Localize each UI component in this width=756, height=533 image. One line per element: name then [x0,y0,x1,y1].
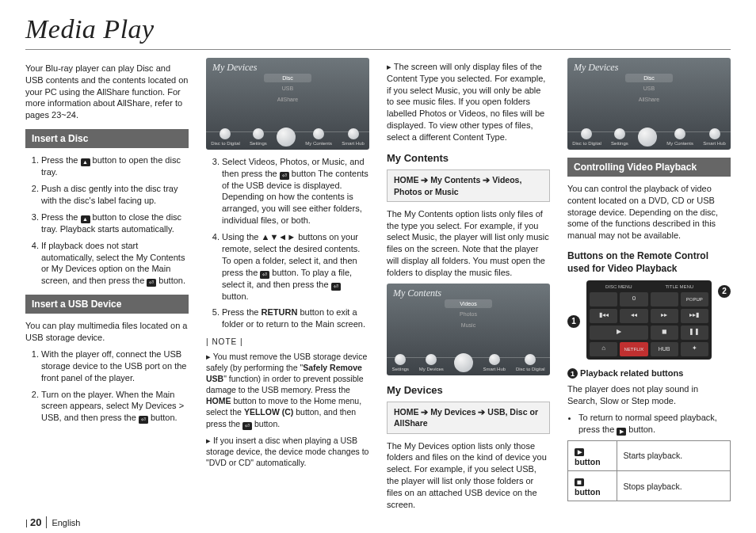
crumb-my-devices: HOME ➔ My Devices ➔ USB, Disc or AllShar… [387,402,550,433]
note-label: | NOTE | [206,337,369,348]
playback-paragraph: The player does not play sound in Search… [567,383,731,407]
section-video-playback: Controlling Video Playback [567,158,731,177]
enter-icon: ⏎ [260,271,269,279]
next-icon: ▸▸▮ [681,309,708,323]
my-contents-paragraph: The My Contents option lists only files … [387,208,550,279]
section-insert-usb: Insert a USB Device [25,295,189,314]
eject-icon: ▲ [81,215,90,223]
home-icon: ⌂ [590,342,617,356]
usb-steps: With the player off, connect the USB sto… [25,348,189,424]
enter-icon: ⏎ [331,283,341,291]
tools-icon: ✦ [681,342,708,356]
prev-icon: ▮◂◂ [590,309,617,323]
play-icon: ▶ [590,326,648,340]
page-language: English [52,518,80,527]
subhead-remote-buttons: Buttons on the Remote Control used for V… [567,249,731,275]
playback-table: ▶ button Starts playback. ◼ button Stops… [567,440,731,501]
enter-icon: ⏎ [147,279,156,287]
callout-1: 1 [567,315,580,328]
col2-steps: Select Videos, Photos, or Music, and the… [206,156,369,330]
column-3: The screen will only display files of th… [387,58,550,516]
page-title: Media Play [25,11,731,50]
notes: You must remove the USB storage device s… [206,351,369,469]
ffwd-icon: ▸▸ [651,309,678,323]
usb-intro: You can play multimedia files located on… [25,320,189,344]
intro-paragraph: Your Blu-ray player can play Disc and US… [25,63,189,121]
pause-icon: ❚❚ [681,326,708,340]
video-intro: You can control the playback of video co… [567,183,731,242]
page-footer: | 20English [25,516,731,530]
stop-icon: ◼ [651,326,678,340]
column-1: Your Blu-ray player can play Disc and US… [25,58,189,516]
screenshot-my-contents: My Contents Videos Photos Music Settings… [387,284,550,375]
remote-diagram: DISC MENU TITLE MENU 0 POPUP ▮◂◂ ◂◂ ▸▸ ▸… [586,280,712,360]
play-icon: ▶ [617,428,626,436]
screenshot-my-devices: My Devices Disc USB AllShare Disc to Dig… [206,58,369,150]
column-4: My Devices Disc USB AllShare Disc to Dig… [567,58,731,516]
col3-top-note: The screen will only display files of th… [387,61,550,143]
rewind-icon: ◂◂ [620,309,647,323]
eject-icon: ▲ [81,158,90,166]
callout-2: 2 [718,285,731,298]
subhead-my-devices: My Devices [387,383,550,398]
enter-icon: ⏎ [139,416,148,424]
callout-1-inline: 1 [567,368,578,379]
page-number: 20 [30,516,47,528]
screenshot-my-devices-2: My Devices Disc USB AllShare Disc to Dig… [567,58,731,150]
playback-heading: 1 Playback related buttons [567,367,731,379]
play-icon: ▶ [575,448,584,456]
column-2: My Devices Disc USB AllShare Disc to Dig… [206,58,369,516]
enter-icon: ⏎ [242,422,252,430]
stop-icon: ◼ [575,478,584,486]
crumb-my-contents: HOME ➔ My Contents ➔ Videos, Photos or M… [387,169,550,201]
disc-steps: Press the ▲ button to open the disc tray… [25,154,189,287]
enter-icon: ⏎ [280,172,289,180]
subhead-my-contents: My Contents [387,151,550,166]
section-insert-disc: Insert a Disc [25,129,189,148]
my-devices-paragraph: The My Devices option lists only those f… [387,440,550,511]
